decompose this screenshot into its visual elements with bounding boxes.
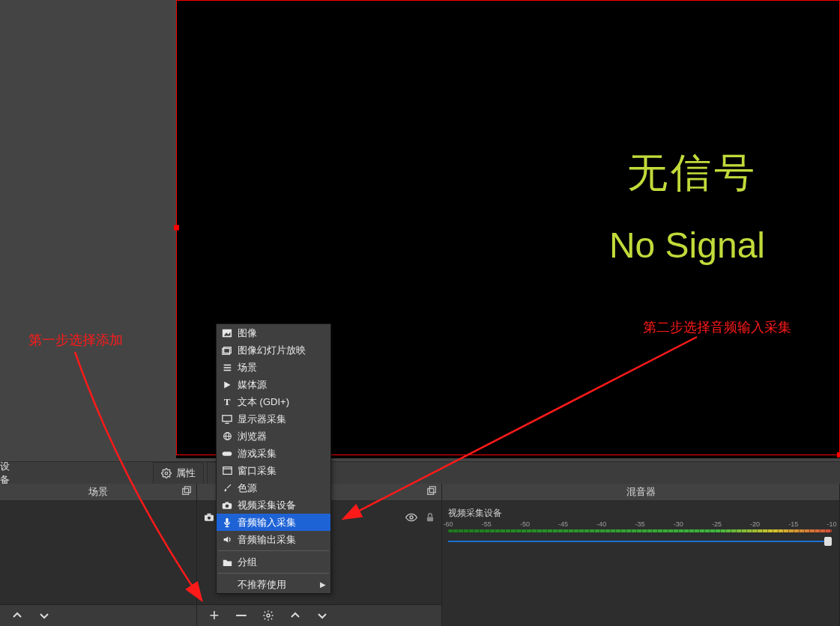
- svg-rect-12: [427, 517, 433, 521]
- svg-marker-36: [223, 536, 228, 542]
- speaker-icon: [221, 534, 233, 546]
- menu-browser[interactable]: 浏览器: [217, 428, 330, 445]
- svg-marker-21: [224, 381, 230, 388]
- svg-rect-4: [183, 489, 189, 495]
- add-source-context-menu: 图像 图像幻灯片放映 场景 媒体源 T 文本 (GDI+) 显示器采集 浏览器: [216, 323, 331, 594]
- mixer-channel-label: 视频采集设备: [448, 507, 502, 520]
- menu-text-gdi[interactable]: T 文本 (GDI+): [217, 393, 330, 410]
- menu-audio-output-capture[interactable]: 音频输出采集: [217, 531, 330, 548]
- source-move-down-button[interactable]: [314, 607, 330, 624]
- menu-label: 音频输入采集: [238, 516, 296, 529]
- menu-label: 分组: [238, 556, 257, 569]
- volume-slider[interactable]: [448, 537, 832, 546]
- window-icon: [221, 465, 233, 477]
- menu-color-source[interactable]: 色源: [217, 479, 330, 496]
- menu-video-capture-device[interactable]: 视频采集设备: [217, 496, 330, 514]
- source-toolbar: 设备 属性 滤: [0, 461, 840, 485]
- menu-label: 显示器采集: [238, 413, 286, 426]
- tick: -30: [674, 520, 683, 528]
- menu-label: 窗口采集: [238, 464, 277, 478]
- svg-rect-10: [207, 514, 211, 515]
- source-move-up-button[interactable]: [287, 607, 303, 624]
- device-label-partial: 设备: [0, 462, 16, 484]
- menu-label: 不推荐使用: [238, 578, 286, 592]
- annotation-step1: 第一步选择添加: [28, 331, 123, 349]
- tick: -50: [520, 520, 530, 528]
- svg-point-31: [226, 504, 229, 508]
- menu-label: 图像: [238, 326, 257, 340]
- scenes-title: 场景: [88, 485, 108, 499]
- menu-label: 图像幻灯片放映: [238, 344, 306, 357]
- list-icon: [221, 362, 233, 374]
- tick: -60: [443, 520, 453, 528]
- properties-button[interactable]: 属性: [153, 462, 204, 484]
- menu-group[interactable]: 分组: [217, 553, 330, 571]
- menu-window-capture[interactable]: 窗口采集: [217, 462, 330, 479]
- mixer-body: 视频采集设备 -60 -55 -50 -45 -40 -35 -30 -25 -…: [442, 501, 839, 626]
- menu-scene[interactable]: 场景: [217, 359, 330, 376]
- menu-label: 文本 (GDI+): [238, 395, 289, 409]
- mixer-panel: 混音器 视频采集设备 -60 -55 -50 -45 -40 -35 -30 -…: [442, 484, 840, 626]
- tick: -35: [635, 520, 644, 528]
- camera-icon: [203, 511, 215, 523]
- svg-point-11: [410, 516, 413, 519]
- remove-source-button[interactable]: −: [233, 607, 250, 624]
- dock-popout-icon[interactable]: [426, 486, 437, 496]
- menu-game-capture[interactable]: 游戏采集: [217, 445, 330, 462]
- source-settings-button[interactable]: [260, 607, 277, 624]
- scenes-header[interactable]: 场景: [0, 484, 196, 501]
- handle-left[interactable]: [174, 225, 179, 231]
- mixer-header[interactable]: 混音器: [442, 484, 839, 501]
- menu-label: 场景: [238, 361, 257, 374]
- globe-icon: [221, 431, 233, 443]
- lock-icon[interactable]: [425, 511, 435, 523]
- menu-separator: [218, 573, 329, 574]
- svg-point-13: [267, 614, 270, 617]
- chevron-right-icon: ▶: [320, 580, 326, 589]
- svg-rect-33: [226, 517, 228, 523]
- folder-icon: [221, 556, 233, 568]
- scene-move-up-button[interactable]: [9, 607, 25, 624]
- menu-separator: [218, 550, 329, 551]
- tick: -45: [558, 520, 568, 528]
- tick: -55: [482, 520, 492, 528]
- handle-bottom-right[interactable]: [837, 452, 840, 458]
- annotation-step2: 第二步选择音频输入采集: [643, 318, 791, 336]
- scenes-body[interactable]: [0, 501, 196, 604]
- svg-rect-6: [428, 489, 434, 495]
- camera-icon: [221, 499, 233, 511]
- mixer-title: 混音器: [626, 485, 656, 499]
- tick: -40: [596, 520, 606, 528]
- eye-icon[interactable]: [405, 511, 417, 523]
- menu-label: 游戏采集: [238, 447, 277, 461]
- brush-icon: [221, 482, 233, 494]
- scenes-panel: 场景: [0, 484, 197, 626]
- sources-toolbar: + −: [197, 604, 441, 626]
- scenes-toolbar: [0, 604, 196, 626]
- menu-display-capture[interactable]: 显示器采集: [217, 410, 330, 428]
- menu-label: 浏览器: [238, 430, 267, 443]
- menu-deprecated[interactable]: 不推荐使用 ▶: [217, 576, 330, 593]
- obs-window: 无信号 No Signal 设备 属性 滤: [0, 0, 840, 626]
- tick: -10: [827, 520, 836, 528]
- properties-label: 属性: [176, 467, 196, 480]
- monitor-icon: [221, 413, 233, 425]
- dock-popout-icon[interactable]: [181, 486, 192, 496]
- svg-rect-27: [223, 452, 232, 456]
- mic-icon: [221, 517, 233, 529]
- add-source-button[interactable]: +: [206, 607, 223, 624]
- no-signal-en: No Signal: [609, 225, 765, 266]
- menu-slideshow[interactable]: 图像幻灯片放映: [217, 341, 330, 359]
- svg-rect-28: [223, 467, 231, 475]
- menu-label: 音频输出采集: [238, 533, 296, 547]
- menu-media-source[interactable]: 媒体源: [217, 376, 330, 393]
- volume-meter: -60 -55 -50 -45 -40 -35 -30 -25 -20 -15 …: [448, 520, 832, 534]
- tick: -20: [750, 520, 760, 528]
- bottom-docks: 场景 来源: [0, 484, 840, 626]
- menu-image[interactable]: 图像: [217, 324, 330, 341]
- menu-label: 视频采集设备: [238, 499, 296, 512]
- slider-thumb[interactable]: [824, 537, 832, 546]
- scene-move-down-button[interactable]: [36, 607, 52, 624]
- svg-rect-5: [184, 487, 190, 493]
- menu-audio-input-capture[interactable]: 音频输入采集: [217, 514, 330, 531]
